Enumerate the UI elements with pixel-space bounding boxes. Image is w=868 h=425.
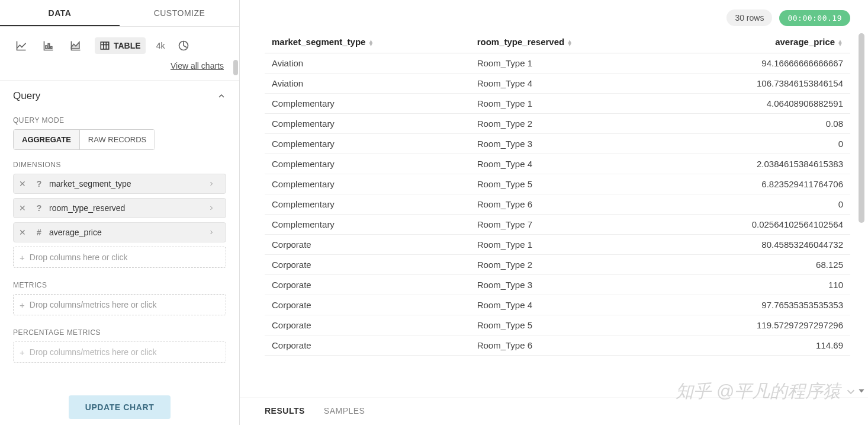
table-cell: Room_Type 7: [470, 215, 664, 235]
metrics-drop[interactable]: + Drop columns/metrics here or click: [13, 294, 226, 315]
table-row[interactable]: CorporateRoom_Type 6114.69: [265, 335, 850, 356]
percentage-metrics-drop-text: Drop columns/metrics here or click: [30, 347, 157, 357]
perf-badge: 00:00:00.19: [779, 10, 850, 26]
chevron-up-icon: [217, 91, 226, 101]
svg-rect-0: [46, 46, 47, 49]
table-row[interactable]: ComplementaryRoom_Type 70.02564102564102…: [265, 215, 850, 235]
raw-records-button[interactable]: RAW RECORDS: [79, 130, 155, 149]
table-row[interactable]: ComplementaryRoom_Type 14.06408906882591: [265, 94, 850, 114]
table-cell: Room_Type 3: [470, 275, 664, 295]
table-row[interactable]: ComplementaryRoom_Type 56.82352941176470…: [265, 174, 850, 194]
remove-icon[interactable]: ✕: [14, 179, 31, 188]
table-cell: Room_Type 2: [470, 255, 664, 275]
table-cell: Room_Type 1: [470, 235, 664, 255]
table-row[interactable]: CorporateRoom_Type 497.76535353535353: [265, 295, 850, 315]
svg-rect-1: [48, 44, 50, 49]
big-number-icon[interactable]: 4k: [156, 41, 165, 50]
table-cell: 119.57297297297296: [664, 315, 850, 335]
chevron-right-icon[interactable]: [208, 204, 226, 212]
table-cell: Complementary: [265, 174, 470, 194]
sidebar-tabs: DATA CUSTOMIZE: [0, 0, 239, 27]
metrics-label: METRICS: [0, 273, 239, 294]
view-all-charts-link[interactable]: View all charts: [171, 61, 224, 71]
table-container[interactable]: market_segment_type▲▼room_type_reserved▲…: [240, 31, 868, 397]
query-header[interactable]: Query: [0, 81, 239, 108]
table-cell: Room_Type 1: [470, 94, 664, 114]
table-row[interactable]: ComplementaryRoom_Type 42.03846153846153…: [265, 154, 850, 174]
sort-icon: ▲▼: [837, 40, 843, 46]
sort-icon: ▲▼: [368, 40, 374, 46]
remove-icon[interactable]: ✕: [14, 203, 31, 213]
update-chart-button[interactable]: UPDATE CHART: [69, 395, 171, 419]
tab-results[interactable]: RESULTS: [265, 406, 305, 417]
dimension-name: room_type_reserved: [47, 203, 208, 213]
column-header-room_type_reserved[interactable]: room_type_reserved▲▼: [470, 31, 664, 53]
update-bar: UPDATE CHART: [0, 389, 239, 425]
table-cell: 2.0384615384615383: [664, 154, 850, 174]
tab-data[interactable]: DATA: [0, 0, 120, 26]
table-cell: Aviation: [265, 74, 470, 94]
table-cell: Room_Type 4: [470, 74, 664, 94]
table-cell: Complementary: [265, 134, 470, 154]
sidebar-scrollbar[interactable]: [233, 60, 238, 75]
sort-icon: ▲▼: [567, 40, 573, 46]
table-scrollbar[interactable]: [859, 33, 864, 223]
chevron-right-icon[interactable]: [208, 180, 226, 187]
table-row[interactable]: CorporateRoom_Type 5119.57297297297296: [265, 315, 850, 335]
table-row[interactable]: ComplementaryRoom_Type 20.08: [265, 114, 850, 134]
line-chart-icon[interactable]: [13, 37, 30, 54]
table-row[interactable]: CorporateRoom_Type 3110: [265, 275, 850, 295]
table-row[interactable]: CorporateRoom_Type 180.45853246044732: [265, 235, 850, 255]
dimension-chip[interactable]: ✕?market_segment_type: [13, 174, 226, 194]
column-header-average_price[interactable]: average_price▲▼: [664, 31, 850, 53]
table-row[interactable]: ComplementaryRoom_Type 30: [265, 134, 850, 154]
scroll-down-icon[interactable]: [857, 386, 866, 395]
pie-chart-icon[interactable]: [175, 37, 192, 54]
dimension-name: average_price: [47, 228, 208, 237]
aggregate-button[interactable]: AGGREGATE: [14, 130, 79, 149]
view-all-charts-row: View all charts: [0, 56, 239, 80]
table-chart-icon[interactable]: TABLE: [95, 37, 146, 54]
table-row[interactable]: CorporateRoom_Type 268.125: [265, 255, 850, 275]
tab-customize[interactable]: CUSTOMIZE: [120, 0, 239, 26]
table-cell: Complementary: [265, 154, 470, 174]
table-cell: Room_Type 6: [470, 194, 664, 215]
query-mode-label: QUERY MODE: [0, 108, 239, 129]
column-type-icon: ?: [31, 179, 47, 188]
table-cell: Corporate: [265, 315, 470, 335]
column-header-market_segment_type[interactable]: market_segment_type▲▼: [265, 31, 470, 53]
table-cell: Complementary: [265, 94, 470, 114]
chevron-right-icon[interactable]: [208, 229, 226, 236]
plus-icon: +: [20, 253, 25, 263]
table-cell: 97.76535353535353: [664, 295, 850, 315]
dimension-chip[interactable]: ✕#average_price: [13, 222, 226, 242]
table-row[interactable]: AviationRoom_Type 194.16666666666667: [265, 53, 850, 74]
table-cell: 0: [664, 134, 850, 154]
dimension-chip[interactable]: ✕?room_type_reserved: [13, 198, 226, 218]
tab-samples[interactable]: SAMPLES: [324, 406, 365, 417]
svg-marker-8: [859, 389, 864, 393]
dimensions-drop[interactable]: + Drop columns here or click: [13, 247, 226, 268]
percentage-metrics-drop[interactable]: + Drop columns/metrics here or click: [13, 341, 226, 363]
table-cell: Room_Type 4: [470, 154, 664, 174]
table-cell: 106.73846153846154: [664, 74, 850, 94]
bar-chart-icon[interactable]: [40, 37, 57, 54]
dimensions-label: DIMENSIONS: [0, 152, 239, 174]
table-row[interactable]: AviationRoom_Type 4106.73846153846154: [265, 74, 850, 94]
remove-icon[interactable]: ✕: [14, 228, 31, 237]
percentage-metrics-label: PERCENTAGE METRICS: [0, 320, 239, 341]
sidebar-scroll[interactable]: TABLE 4k View all charts Query QUERY MOD…: [0, 27, 239, 425]
table-cell: Room_Type 3: [470, 134, 664, 154]
table-body: AviationRoom_Type 194.16666666666667Avia…: [265, 53, 850, 356]
main-panel: 30 rows 00:00:00.19 market_segment_type▲…: [240, 0, 868, 425]
area-chart-icon[interactable]: [67, 37, 84, 54]
rows-badge: 30 rows: [726, 9, 772, 26]
table-cell: 110: [664, 275, 850, 295]
dimensions-list: ✕?market_segment_type✕?room_type_reserve…: [0, 174, 239, 242]
table-cell: Room_Type 5: [470, 174, 664, 194]
svg-rect-2: [50, 47, 52, 49]
table-row[interactable]: ComplementaryRoom_Type 60: [265, 194, 850, 215]
table-cell: Room_Type 1: [470, 53, 664, 74]
table-cell: Room_Type 4: [470, 295, 664, 315]
query-section: Query QUERY MODE AGGREGATE RAW RECORDS D…: [0, 80, 239, 363]
